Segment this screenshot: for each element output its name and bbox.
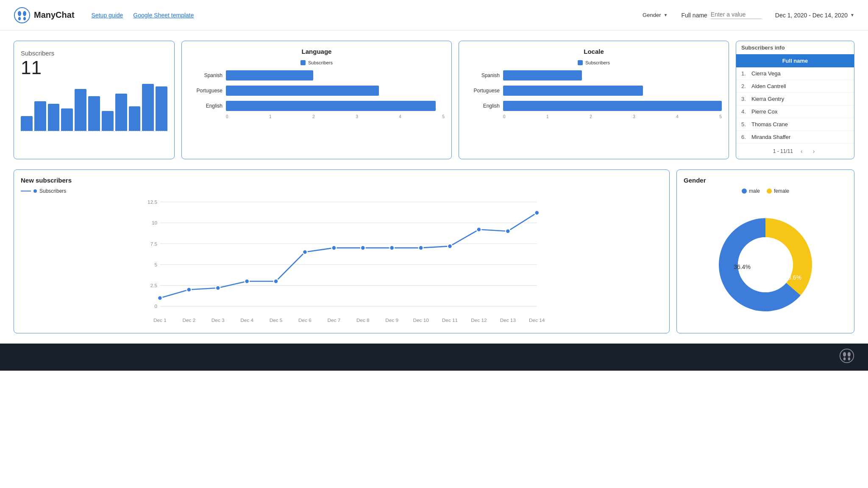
svg-text:Dec 1: Dec 1 <box>153 317 167 323</box>
hbar-fill <box>226 101 436 111</box>
hbar-label: English <box>466 103 500 109</box>
hbar-track <box>226 70 445 80</box>
locale-card: Locale Subscribers SpanishPortugueseEngl… <box>459 41 729 159</box>
gender-filter-label: Gender <box>643 12 661 18</box>
axis-label: 4 <box>399 114 401 119</box>
hbar-track <box>226 86 445 96</box>
svg-point-49 <box>843 352 846 357</box>
nav-links: Setup guide Google Sheet template <box>92 12 194 19</box>
bottom-row: New subscribers Subscribers 02.557.51012… <box>14 169 854 333</box>
svg-point-35 <box>274 279 278 284</box>
line-chart-svg: 02.557.51012.5Dec 1Dec 2Dec 3Dec 4Dec 5D… <box>21 197 662 324</box>
bar-item <box>102 111 114 131</box>
panel-row: 4.Pierre Cox <box>736 105 854 118</box>
date-range-filter[interactable]: Dec 1, 2020 - Dec 14, 2020 ▼ <box>775 12 854 19</box>
fullname-filter-label: Full name <box>681 12 707 19</box>
svg-text:10: 10 <box>152 220 158 225</box>
logo[interactable]: ManyChat <box>14 7 75 24</box>
hbar-row: Portuguese <box>189 86 445 96</box>
locale-legend-dot <box>578 60 583 65</box>
svg-point-42 <box>477 227 481 232</box>
svg-point-50 <box>848 352 851 357</box>
logo-text: ManyChat <box>34 10 75 20</box>
svg-point-36 <box>303 250 307 255</box>
locale-title: Locale <box>466 48 722 55</box>
language-hbar-chart: SpanishPortugueseEnglish <box>189 69 445 113</box>
google-sheet-link[interactable]: Google Sheet template <box>133 12 194 19</box>
hbar-label: Portuguese <box>466 88 500 94</box>
axis-label: 0 <box>226 114 228 119</box>
hbar-row: Spanish <box>189 70 445 80</box>
svg-point-52 <box>848 357 850 360</box>
svg-text:63.6%: 63.6% <box>785 274 801 281</box>
panel-row-num: 3. <box>741 96 751 102</box>
svg-point-38 <box>361 246 365 250</box>
svg-text:Dec 9: Dec 9 <box>385 317 398 323</box>
donut-svg: 36.4%63.6% <box>702 199 829 326</box>
axis-label: 5 <box>719 114 722 119</box>
bar-item <box>34 101 46 131</box>
setup-guide-link[interactable]: Setup guide <box>92 12 123 19</box>
svg-text:Dec 6: Dec 6 <box>298 317 312 323</box>
donut-container: male female 36.4%63.6% <box>684 188 847 326</box>
hbar-label: Spanish <box>189 72 223 78</box>
hbar-fill <box>503 86 643 96</box>
panel-row-name: Pierre Cox <box>751 108 777 115</box>
panel-title: Subscribers info <box>736 41 854 54</box>
gender-filter[interactable]: Gender ▼ <box>643 12 668 18</box>
svg-point-48 <box>840 349 854 362</box>
panel-row-num: 1. <box>741 70 751 77</box>
svg-text:Dec 2: Dec 2 <box>182 317 195 323</box>
new-subscribers-card: New subscribers Subscribers 02.557.51012… <box>14 169 670 333</box>
panel-row: 3.Kierra Gentry <box>736 93 854 105</box>
gender-title: Gender <box>684 177 847 184</box>
male-dot <box>742 189 747 194</box>
svg-text:Dec 10: Dec 10 <box>413 317 429 323</box>
axis-label: 5 <box>442 114 445 119</box>
subscribers-count: 11 <box>21 58 167 77</box>
hbar-fill <box>503 101 722 111</box>
hbar-row: English <box>189 101 445 111</box>
logo-icon <box>14 7 31 24</box>
female-dot <box>767 189 772 194</box>
svg-point-1 <box>18 11 21 16</box>
locale-legend: Subscribers <box>466 60 722 65</box>
panel-rows-container: 1.Cierra Vega2.Alden Cantrell3.Kierra Ge… <box>736 67 854 144</box>
pagination-prev[interactable]: ‹ <box>798 147 805 155</box>
panel-header: Full name <box>736 54 854 67</box>
svg-point-39 <box>389 246 394 250</box>
pagination-text: 1 - 11/11 <box>773 148 793 154</box>
language-card: Language Subscribers SpanishPortugueseEn… <box>181 41 452 159</box>
svg-text:Dec 8: Dec 8 <box>356 317 370 323</box>
axis-label: 3 <box>633 114 635 119</box>
bar-item <box>75 89 86 131</box>
bar-item <box>21 116 33 131</box>
donut-legend: male female <box>742 188 789 194</box>
axis-label: 2 <box>590 114 592 119</box>
hbar-track <box>503 70 722 80</box>
panel-row: 6.Miranda Shaffer <box>736 131 854 144</box>
hbar-track <box>503 86 722 96</box>
fullname-input[interactable] <box>711 11 762 19</box>
header-filters: Gender ▼ Full name Dec 1, 2020 - Dec 14,… <box>643 11 854 19</box>
female-label-text: female <box>774 188 789 194</box>
svg-text:Dec 7: Dec 7 <box>327 317 340 323</box>
hbar-row: English <box>466 101 722 111</box>
svg-point-44 <box>534 211 539 215</box>
line-legend-text: Subscribers <box>39 188 66 194</box>
svg-text:2.5: 2.5 <box>150 283 158 288</box>
hbar-fill <box>226 86 379 96</box>
axis-label: 0 <box>503 114 506 119</box>
language-legend-dot <box>300 60 306 65</box>
svg-text:Dec 4: Dec 4 <box>240 317 253 323</box>
bar-item <box>48 104 60 131</box>
bar-item <box>156 86 167 131</box>
svg-point-41 <box>448 244 452 249</box>
pagination-next[interactable]: › <box>810 147 818 155</box>
svg-text:5: 5 <box>154 262 157 267</box>
svg-point-40 <box>419 246 423 250</box>
bar-item <box>61 108 73 131</box>
svg-text:12.5: 12.5 <box>147 199 157 205</box>
locale-legend-text: Subscribers <box>585 60 610 65</box>
hbar-track <box>503 101 722 111</box>
